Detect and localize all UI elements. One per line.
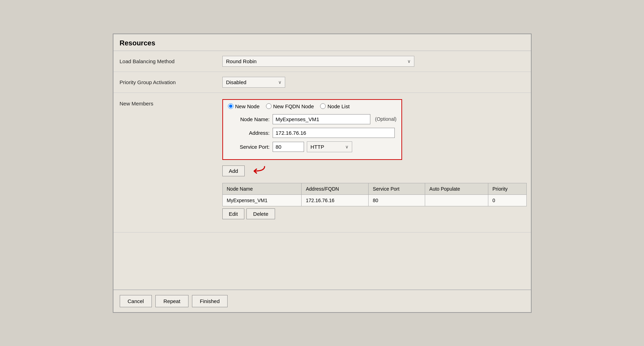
service-port-input[interactable] [273, 142, 304, 152]
col-node-name: Node Name [222, 183, 302, 194]
cell-priority: 0 [488, 194, 526, 206]
table-row: MyExpenses_VM1 172.16.76.16 80 0 [222, 194, 526, 206]
radio-group: New Node New FQDN Node Node List [228, 103, 397, 109]
load-balancing-label: Load Balancing Method [113, 58, 218, 64]
optional-text: (Optional) [375, 116, 397, 122]
priority-group-row: Priority Group Activation Disabled Enabl… [113, 72, 531, 93]
address-field-row: Address: [228, 128, 397, 138]
protocol-select-wrap: HTTP HTTPS FTP SMTP OTHER [307, 141, 352, 152]
load-balancing-select-wrap: Round Robin Least Connections Observed P… [222, 56, 414, 67]
service-port-label: Service Port: [228, 144, 270, 150]
table-body: MyExpenses_VM1 172.16.76.16 80 0 [222, 194, 526, 206]
add-button-area: Add [222, 165, 527, 177]
radio-node-list-label: Node List [327, 103, 349, 109]
arrow-indicator [249, 165, 266, 177]
radio-node-list-input[interactable] [320, 103, 326, 109]
radio-new-node-label: New Node [235, 103, 260, 109]
node-name-label: Node Name: [228, 116, 270, 122]
radio-fqdn-node-label: New FQDN Node [273, 103, 314, 109]
node-name-input[interactable] [273, 114, 370, 124]
form-area: Load Balancing Method Round Robin Least … [113, 51, 531, 289]
add-button[interactable]: Add [222, 165, 245, 176]
col-address: Address/FQDN [302, 183, 369, 194]
new-members-content: New Node New FQDN Node Node List [218, 97, 531, 221]
address-input[interactable] [273, 128, 395, 138]
repeat-button[interactable]: Repeat [155, 295, 188, 307]
new-members-label: New Members [113, 97, 218, 110]
col-priority: Priority [488, 183, 526, 194]
cancel-button[interactable]: Cancel [120, 295, 152, 307]
node-entry-section: New Node New FQDN Node Node List [222, 99, 402, 160]
col-service-port: Service Port [369, 183, 425, 194]
delete-button[interactable]: Delete [246, 208, 275, 219]
cell-service-port: 80 [369, 194, 425, 206]
edit-button[interactable]: Edit [222, 208, 245, 219]
node-name-field-row: Node Name: (Optional) [228, 114, 397, 124]
priority-group-select[interactable]: Disabled Enabled [222, 77, 285, 88]
radio-fqdn-node[interactable]: New FQDN Node [266, 103, 314, 109]
arrow-svg [249, 165, 266, 177]
table-header: Node Name Address/FQDN Service Port Auto… [222, 183, 526, 194]
radio-node-list[interactable]: Node List [320, 103, 349, 109]
radio-fqdn-node-input[interactable] [266, 103, 272, 109]
priority-group-label: Priority Group Activation [113, 79, 218, 85]
load-balancing-row: Load Balancing Method Round Robin Least … [113, 51, 531, 72]
priority-group-select-wrap: Disabled Enabled [222, 77, 285, 88]
finished-button[interactable]: Finished [192, 295, 228, 307]
load-balancing-control: Round Robin Least Connections Observed P… [218, 54, 531, 69]
cell-auto-populate [425, 194, 488, 206]
page-title: Resources [113, 34, 531, 51]
protocol-select[interactable]: HTTP HTTPS FTP SMTP OTHER [307, 141, 352, 152]
address-label: Address: [228, 130, 270, 136]
col-auto-populate: Auto Populate [425, 183, 488, 194]
table-header-row: Node Name Address/FQDN Service Port Auto… [222, 183, 526, 194]
new-members-row: New Members New Node New FQDN Node [113, 93, 531, 233]
radio-new-node[interactable]: New Node [228, 103, 260, 109]
table-actions: Edit Delete [222, 208, 527, 219]
footer: Cancel Repeat Finished [113, 289, 531, 312]
radio-new-node-input[interactable] [228, 103, 234, 109]
members-table: Node Name Address/FQDN Service Port Auto… [222, 183, 527, 206]
main-window: Resources Load Balancing Method Round Ro… [113, 34, 532, 313]
priority-group-control: Disabled Enabled [218, 75, 531, 90]
cell-node-name: MyExpenses_VM1 [222, 194, 302, 206]
service-port-field-row: Service Port: HTTP HTTPS FTP SMTP OTHER [228, 141, 397, 152]
cell-address: 172.16.76.16 [302, 194, 369, 206]
load-balancing-select[interactable]: Round Robin Least Connections Observed P… [222, 56, 414, 67]
